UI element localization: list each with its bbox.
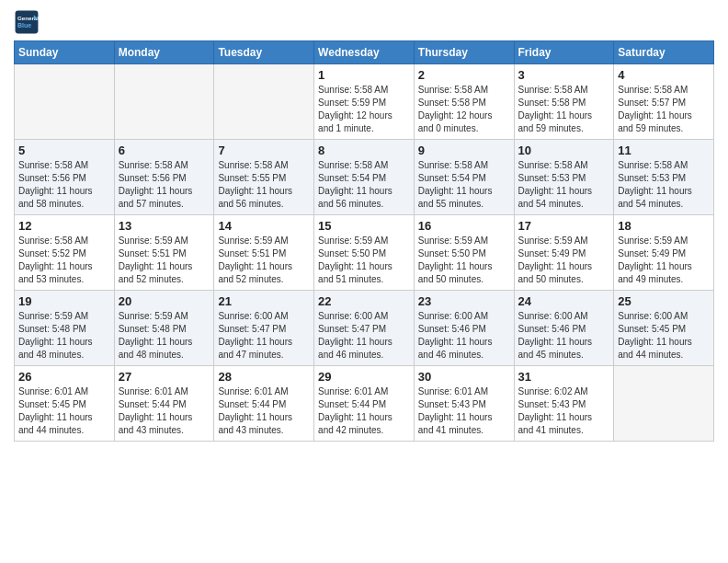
day-number: 21 <box>218 294 310 308</box>
week-row-3: 12Sunrise: 5:58 AMSunset: 5:52 PMDayligh… <box>15 215 714 291</box>
day-number: 6 <box>119 144 210 157</box>
day-info: Sunrise: 6:01 AMSunset: 5:44 PMDaylight:… <box>119 385 210 437</box>
day-number: 26 <box>18 370 110 384</box>
day-info: Sunrise: 5:58 AMSunset: 5:53 PMDaylight:… <box>518 159 610 211</box>
svg-text:Blue: Blue <box>17 22 31 29</box>
day-number: 9 <box>418 144 510 157</box>
header-day-wednesday: Wednesday <box>314 41 415 64</box>
calendar-cell: 9Sunrise: 5:58 AMSunset: 5:54 PMDaylight… <box>414 140 514 215</box>
week-row-5: 26Sunrise: 6:01 AMSunset: 5:45 PMDayligh… <box>15 366 714 442</box>
day-info: Sunrise: 5:58 AMSunset: 5:52 PMDaylight:… <box>18 235 110 286</box>
calendar-cell: 5Sunrise: 5:58 AMSunset: 5:56 PMDaylight… <box>15 140 115 215</box>
calendar-cell <box>15 64 115 140</box>
day-info: Sunrise: 6:00 AMSunset: 5:45 PMDaylight:… <box>618 310 710 362</box>
day-number: 31 <box>518 370 610 384</box>
logo-area: General Blue <box>14 9 43 35</box>
day-number: 27 <box>119 370 210 384</box>
day-info: Sunrise: 6:00 AMSunset: 5:46 PMDaylight:… <box>418 310 510 362</box>
day-info: Sunrise: 5:59 AMSunset: 5:51 PMDaylight:… <box>119 235 210 286</box>
day-number: 18 <box>618 219 710 233</box>
calendar-cell: 8Sunrise: 5:58 AMSunset: 5:54 PMDaylight… <box>314 140 415 215</box>
logo-icon: General Blue <box>14 9 40 35</box>
day-info: Sunrise: 6:00 AMSunset: 5:47 PMDaylight:… <box>318 310 410 362</box>
day-number: 1 <box>318 68 410 82</box>
day-info: Sunrise: 6:01 AMSunset: 5:44 PMDaylight:… <box>318 385 410 437</box>
day-number: 7 <box>218 144 310 157</box>
day-number: 29 <box>318 370 410 384</box>
days-header-row: SundayMondayTuesdayWednesdayThursdayFrid… <box>15 41 714 64</box>
header-day-saturday: Saturday <box>614 41 714 64</box>
day-info: Sunrise: 6:02 AMSunset: 5:43 PMDaylight:… <box>518 385 610 437</box>
day-info: Sunrise: 5:58 AMSunset: 5:57 PMDaylight:… <box>618 84 710 135</box>
day-number: 2 <box>418 68 510 82</box>
page: General Blue SundayMondayTuesdayWednesda… <box>0 0 728 563</box>
day-number: 14 <box>218 219 310 233</box>
day-info: Sunrise: 5:59 AMSunset: 5:48 PMDaylight:… <box>119 310 210 362</box>
day-info: Sunrise: 6:00 AMSunset: 5:47 PMDaylight:… <box>218 310 310 362</box>
day-number: 22 <box>318 294 410 308</box>
day-number: 20 <box>119 294 210 308</box>
calendar-table: SundayMondayTuesdayWednesdayThursdayFrid… <box>14 40 714 442</box>
header-day-sunday: Sunday <box>15 41 115 64</box>
day-info: Sunrise: 5:58 AMSunset: 5:54 PMDaylight:… <box>318 159 410 211</box>
day-number: 3 <box>518 68 610 82</box>
calendar-cell: 2Sunrise: 5:58 AMSunset: 5:58 PMDaylight… <box>414 64 514 140</box>
day-info: Sunrise: 5:58 AMSunset: 5:58 PMDaylight:… <box>518 84 610 135</box>
day-number: 4 <box>618 68 710 82</box>
calendar-cell: 7Sunrise: 5:58 AMSunset: 5:55 PMDaylight… <box>214 140 314 215</box>
calendar-cell: 17Sunrise: 5:59 AMSunset: 5:49 PMDayligh… <box>514 215 614 291</box>
day-number: 28 <box>218 370 310 384</box>
day-info: Sunrise: 6:00 AMSunset: 5:46 PMDaylight:… <box>518 310 610 362</box>
day-info: Sunrise: 5:59 AMSunset: 5:49 PMDaylight:… <box>618 235 710 286</box>
header-day-thursday: Thursday <box>414 41 514 64</box>
calendar-cell <box>614 366 714 442</box>
day-info: Sunrise: 5:59 AMSunset: 5:50 PMDaylight:… <box>318 235 410 286</box>
calendar-cell: 6Sunrise: 5:58 AMSunset: 5:56 PMDaylight… <box>114 140 214 215</box>
calendar-cell: 26Sunrise: 6:01 AMSunset: 5:45 PMDayligh… <box>15 366 115 442</box>
day-number: 10 <box>518 144 610 157</box>
calendar-cell <box>214 64 314 140</box>
day-number: 11 <box>618 144 710 157</box>
day-number: 13 <box>119 219 210 233</box>
day-number: 23 <box>418 294 510 308</box>
calendar-cell: 15Sunrise: 5:59 AMSunset: 5:50 PMDayligh… <box>314 215 415 291</box>
calendar-cell: 20Sunrise: 5:59 AMSunset: 5:48 PMDayligh… <box>114 291 214 366</box>
calendar-cell: 25Sunrise: 6:00 AMSunset: 5:45 PMDayligh… <box>614 291 714 366</box>
day-number: 19 <box>18 294 110 308</box>
calendar-cell: 10Sunrise: 5:58 AMSunset: 5:53 PMDayligh… <box>514 140 614 215</box>
calendar-cell: 3Sunrise: 5:58 AMSunset: 5:58 PMDaylight… <box>514 64 614 140</box>
day-number: 25 <box>618 294 710 308</box>
day-info: Sunrise: 5:58 AMSunset: 5:56 PMDaylight:… <box>18 159 110 211</box>
header-day-friday: Friday <box>514 41 614 64</box>
day-number: 5 <box>18 144 110 157</box>
day-number: 8 <box>318 144 410 157</box>
calendar-cell: 19Sunrise: 5:59 AMSunset: 5:48 PMDayligh… <box>15 291 115 366</box>
calendar-cell <box>114 64 214 140</box>
week-row-4: 19Sunrise: 5:59 AMSunset: 5:48 PMDayligh… <box>15 291 714 366</box>
day-number: 17 <box>518 219 610 233</box>
calendar-cell: 18Sunrise: 5:59 AMSunset: 5:49 PMDayligh… <box>614 215 714 291</box>
day-info: Sunrise: 6:01 AMSunset: 5:43 PMDaylight:… <box>418 385 510 437</box>
day-info: Sunrise: 5:58 AMSunset: 5:59 PMDaylight:… <box>318 84 410 135</box>
calendar-cell: 12Sunrise: 5:58 AMSunset: 5:52 PMDayligh… <box>15 215 115 291</box>
day-info: Sunrise: 5:58 AMSunset: 5:55 PMDaylight:… <box>218 159 310 211</box>
calendar-cell: 23Sunrise: 6:00 AMSunset: 5:46 PMDayligh… <box>414 291 514 366</box>
calendar-cell: 11Sunrise: 5:58 AMSunset: 5:53 PMDayligh… <box>614 140 714 215</box>
calendar-cell: 31Sunrise: 6:02 AMSunset: 5:43 PMDayligh… <box>514 366 614 442</box>
day-info: Sunrise: 5:59 AMSunset: 5:48 PMDaylight:… <box>18 310 110 362</box>
day-number: 24 <box>518 294 610 308</box>
day-info: Sunrise: 5:58 AMSunset: 5:54 PMDaylight:… <box>418 159 510 211</box>
calendar-cell: 16Sunrise: 5:59 AMSunset: 5:50 PMDayligh… <box>414 215 514 291</box>
day-number: 30 <box>418 370 510 384</box>
day-info: Sunrise: 5:59 AMSunset: 5:49 PMDaylight:… <box>518 235 610 286</box>
day-number: 12 <box>18 219 110 233</box>
calendar-cell: 21Sunrise: 6:00 AMSunset: 5:47 PMDayligh… <box>214 291 314 366</box>
day-info: Sunrise: 5:58 AMSunset: 5:53 PMDaylight:… <box>618 159 710 211</box>
week-row-1: 1Sunrise: 5:58 AMSunset: 5:59 PMDaylight… <box>15 64 714 140</box>
day-info: Sunrise: 6:01 AMSunset: 5:45 PMDaylight:… <box>18 385 110 437</box>
day-info: Sunrise: 5:59 AMSunset: 5:50 PMDaylight:… <box>418 235 510 286</box>
calendar-cell: 30Sunrise: 6:01 AMSunset: 5:43 PMDayligh… <box>414 366 514 442</box>
header: General Blue <box>14 9 714 35</box>
header-day-monday: Monday <box>114 41 214 64</box>
calendar-cell: 1Sunrise: 5:58 AMSunset: 5:59 PMDaylight… <box>314 64 415 140</box>
